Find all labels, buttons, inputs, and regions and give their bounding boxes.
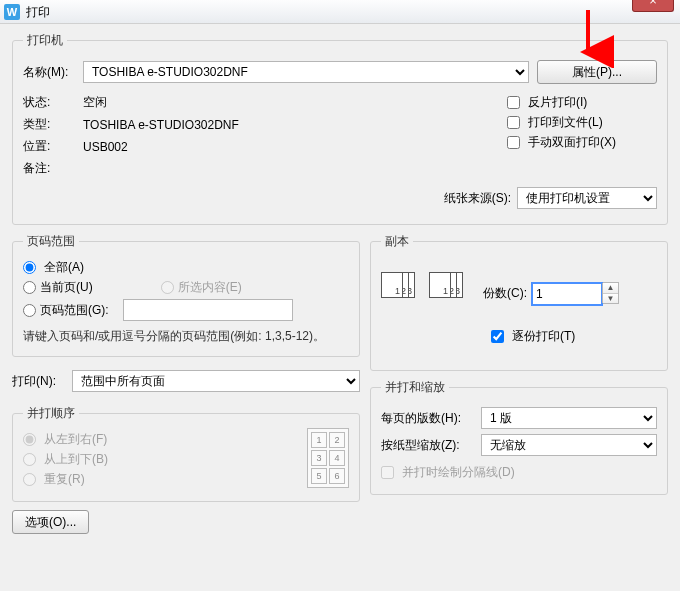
spinner-up-icon[interactable]: ▲ xyxy=(603,283,618,294)
copies-count-input[interactable] xyxy=(532,283,602,305)
app-icon: W xyxy=(4,4,20,20)
page-range-group: 页码范围 全部(A) 当前页(U) 所选内容(E) 页码范围(G): 请键入页码… xyxy=(12,233,360,357)
zoom-group: 并打和缩放 每页的版数(H): 1 版 按纸型缩放(Z): 无缩放 并打时绘制分… xyxy=(370,379,668,495)
reverse-print-checkbox[interactable]: 反片打印(I) xyxy=(507,94,657,111)
range-selection-radio: 所选内容(E) xyxy=(161,279,242,296)
where-value: USB002 xyxy=(83,140,128,154)
copies-count-spinner[interactable]: ▲▼ xyxy=(531,282,619,304)
zoom-legend: 并打和缩放 xyxy=(381,379,449,396)
spinner-down-icon[interactable]: ▼ xyxy=(603,294,618,304)
options-button[interactable]: 选项(O)... xyxy=(12,510,89,534)
copies-group: 副本 份数(C): xyxy=(370,233,668,371)
print-what-select[interactable]: 范围中所有页面 xyxy=(72,370,360,392)
print-order-group: 并打顺序 从左到右(F) 从上到下(B) 重复(R) 12 34 56 xyxy=(12,405,360,502)
window-title: 打印 xyxy=(26,0,50,24)
properties-button[interactable]: 属性(P)... xyxy=(537,60,657,84)
page-range-hint: 请键入页码和/或用逗号分隔的页码范围(例如: 1,3,5-12)。 xyxy=(23,327,349,346)
collate-preview-icon xyxy=(381,272,421,314)
print-what-label: 打印(N): xyxy=(12,373,72,390)
title-bar: W 打印 × xyxy=(0,0,680,24)
comment-label: 备注: xyxy=(23,160,83,177)
type-value: TOSHIBA e-STUDIO302DNF xyxy=(83,118,239,132)
printer-group: 打印机 名称(M): TOSHIBA e-STUDIO302DNF 属性(P).… xyxy=(12,32,668,225)
status-value: 空闲 xyxy=(83,94,107,111)
page-range-input[interactable] xyxy=(123,299,293,321)
scale-to-paper-label: 按纸型缩放(Z): xyxy=(381,437,481,454)
order-repeat-radio: 重复(R) xyxy=(23,471,108,488)
pages-per-sheet-label: 每页的版数(H): xyxy=(381,410,481,427)
copies-legend: 副本 xyxy=(381,233,413,250)
pages-per-sheet-select[interactable]: 1 版 xyxy=(481,407,657,429)
close-button[interactable]: × xyxy=(632,0,674,12)
order-lr-radio: 从左到右(F) xyxy=(23,431,108,448)
printer-legend: 打印机 xyxy=(23,32,67,49)
printer-name-select[interactable]: TOSHIBA e-STUDIO302DNF xyxy=(83,61,529,83)
where-label: 位置: xyxy=(23,138,83,155)
print-to-file-checkbox[interactable]: 打印到文件(L) xyxy=(507,114,657,131)
order-preview-icon: 12 34 56 xyxy=(307,428,349,488)
scale-to-paper-select[interactable]: 无缩放 xyxy=(481,434,657,456)
paper-source-select[interactable]: 使用打印机设置 xyxy=(517,187,657,209)
print-order-legend: 并打顺序 xyxy=(23,405,79,422)
collate-preview-icon xyxy=(429,272,469,314)
collate-checkbox[interactable]: 逐份打印(T) xyxy=(491,328,657,345)
type-label: 类型: xyxy=(23,116,83,133)
draw-separator-checkbox: 并打时绘制分隔线(D) xyxy=(381,464,657,481)
manual-duplex-checkbox[interactable]: 手动双面打印(X) xyxy=(507,134,657,151)
range-all-radio[interactable]: 全部(A) xyxy=(23,259,349,276)
copies-count-label: 份数(C): xyxy=(483,285,527,302)
name-label: 名称(M): xyxy=(23,64,83,81)
range-current-radio[interactable]: 当前页(U) xyxy=(23,279,93,296)
page-range-legend: 页码范围 xyxy=(23,233,79,250)
status-label: 状态: xyxy=(23,94,83,111)
order-tb-radio: 从上到下(B) xyxy=(23,451,108,468)
paper-source-label: 纸张来源(S): xyxy=(444,190,511,207)
range-pages-radio[interactable]: 页码范围(G): xyxy=(23,302,109,319)
